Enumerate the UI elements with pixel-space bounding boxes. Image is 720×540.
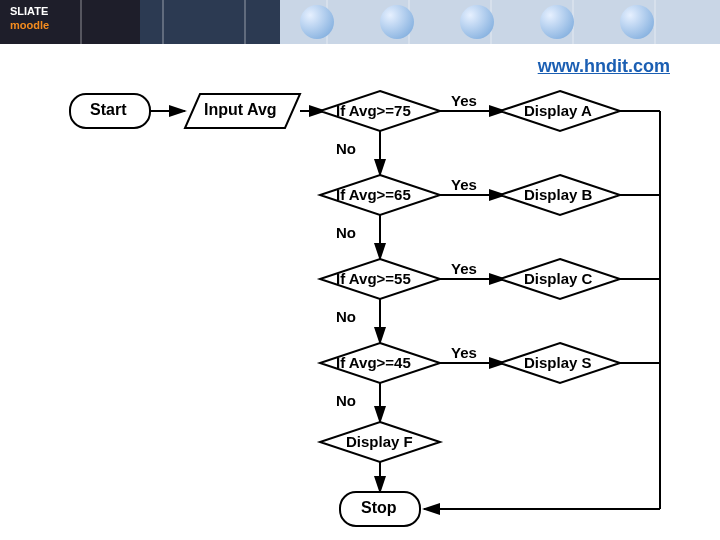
flowchart: Start Input Avg If Avg>=75 Yes No Displa… [0,44,720,540]
decision-2: If Avg>=65 [336,186,411,203]
decision-1-no: No [336,140,356,157]
decision-4-yes: Yes [451,344,477,361]
decision-1-yes: Yes [451,92,477,109]
banner-decor [0,0,720,44]
output-b: Display B [524,186,592,203]
banner-globe-icon [460,5,494,39]
header-banner: SLIATE moodle [0,0,720,44]
decision-3-yes: Yes [451,260,477,277]
decision-2-yes: Yes [451,176,477,193]
decision-3: If Avg>=55 [336,270,411,287]
output-f: Display F [346,433,413,450]
decision-4-no: No [336,392,356,409]
decision-1: If Avg>=75 [336,102,411,119]
logo-line1: SLIATE [10,5,48,17]
banner-globe-icon [380,5,414,39]
banner-globe-icon [540,5,574,39]
decision-2-no: No [336,224,356,241]
output-c: Display C [524,270,592,287]
logo-line2: moodle [10,19,49,31]
decision-3-no: No [336,308,356,325]
decision-4: If Avg>=45 [336,354,411,371]
banner-globe-icon [300,5,334,39]
input-node: Input Avg [204,101,277,119]
site-logo: SLIATE moodle [10,4,49,32]
stop-node: Stop [361,499,397,517]
banner-globe-icon [620,5,654,39]
output-s: Display S [524,354,592,371]
start-node: Start [90,101,126,119]
output-a: Display A [524,102,592,119]
